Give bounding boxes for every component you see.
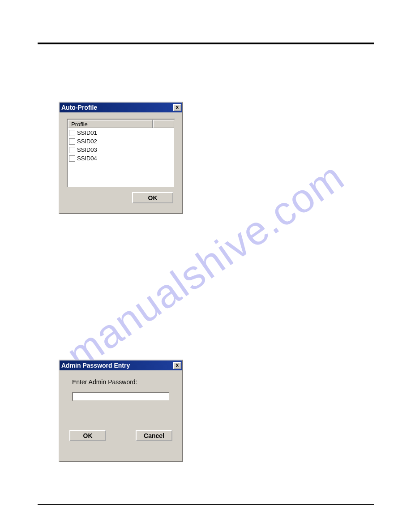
page-bottom-rule <box>38 504 374 505</box>
list-item-label: SSID01 <box>77 129 97 136</box>
profile-list-wrapper: Profile SSID01 SSID02 SSID03 S <box>67 119 175 188</box>
list-item-label: SSID02 <box>77 138 97 145</box>
ok-button[interactable]: OK <box>69 430 106 441</box>
checkbox-icon[interactable] <box>69 147 75 153</box>
profile-listview[interactable]: Profile SSID01 SSID02 SSID03 S <box>67 119 175 188</box>
list-item[interactable]: SSID02 <box>69 137 173 146</box>
list-item-label: SSID03 <box>77 146 97 153</box>
list-header: Profile <box>68 120 174 128</box>
cancel-button[interactable]: Cancel <box>136 430 172 441</box>
auto-profile-button-row: OK <box>60 191 182 207</box>
admin-spacer <box>60 406 182 430</box>
list-item-label: SSID04 <box>77 155 97 162</box>
admin-password-label: Enter Admin Password: <box>72 378 173 386</box>
admin-body: Enter Admin Password: <box>60 370 182 406</box>
list-item[interactable]: SSID03 <box>69 146 173 154</box>
admin-password-input[interactable] <box>72 392 170 401</box>
list-item[interactable]: SSID04 <box>69 154 173 163</box>
admin-password-dialog: Admin Password Entry X Enter Admin Passw… <box>59 360 183 462</box>
list-header-profile[interactable]: Profile <box>68 120 153 128</box>
admin-title: Admin Password Entry <box>61 362 130 369</box>
close-icon[interactable]: X <box>173 104 181 111</box>
checkbox-icon[interactable] <box>69 138 75 145</box>
list-item[interactable]: SSID01 <box>69 129 173 137</box>
auto-profile-title: Auto-Profile <box>61 104 97 111</box>
admin-titlebar: Admin Password Entry X <box>60 360 182 370</box>
list-body: SSID01 SSID02 SSID03 SSID04 <box>68 128 174 163</box>
checkbox-icon[interactable] <box>69 130 75 136</box>
list-header-spacer <box>153 120 174 128</box>
auto-profile-dialog: Auto-Profile X Profile SSID01 SSID02 SS <box>59 102 183 214</box>
page-top-rule <box>38 43 374 44</box>
checkbox-icon[interactable] <box>69 155 75 162</box>
close-icon[interactable]: X <box>173 362 181 369</box>
admin-button-row: OK Cancel <box>60 430 182 447</box>
auto-profile-titlebar: Auto-Profile X <box>60 103 182 112</box>
ok-button[interactable]: OK <box>132 192 173 203</box>
